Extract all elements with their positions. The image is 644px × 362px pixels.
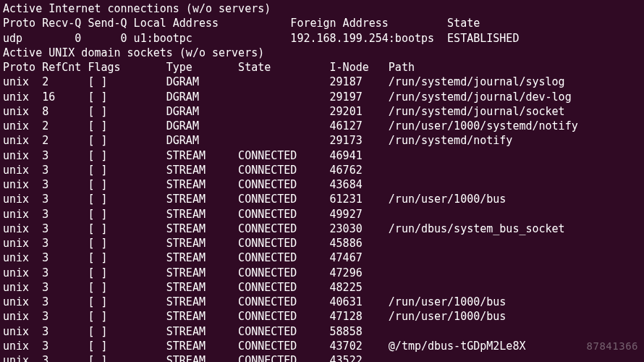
unix-header: Active UNIX domain sockets (w/o servers) (3, 46, 641, 60)
table-row: unix 3 [ ] STREAM CONNECTED 43702 @/tmp/… (3, 339, 641, 353)
table-row: unix 3 [ ] STREAM CONNECTED 43684 (3, 177, 641, 192)
table-row: unix 3 [ ] STREAM CONNECTED 45886 (3, 236, 641, 251)
table-row: unix 8 [ ] DGRAM 29201 /run/systemd/jour… (3, 104, 641, 119)
table-row: unix 16 [ ] DGRAM 29197 /run/systemd/jou… (3, 90, 641, 104)
watermark: 87841366 (587, 340, 638, 353)
inet-header: Active Internet connections (w/o servers… (3, 1, 641, 16)
inet-row: udp 0 0 u1:bootpc 192.168.199.254:bootps… (3, 31, 641, 46)
table-row: unix 2 [ ] DGRAM 29187 /run/systemd/jour… (3, 75, 641, 89)
inet-columns: Proto Recv-Q Send-Q Local Address Foreig… (3, 16, 641, 30)
table-row: unix 3 [ ] STREAM CONNECTED 46762 (3, 163, 641, 177)
unix-rows: unix 2 [ ] DGRAM 29187 /run/systemd/jour… (3, 75, 641, 362)
table-row: unix 3 [ ] STREAM CONNECTED 61231 /run/u… (3, 192, 641, 206)
table-row: unix 3 [ ] STREAM CONNECTED 23030 /run/d… (3, 222, 641, 236)
table-row: unix 3 [ ] STREAM CONNECTED 47467 (3, 251, 641, 265)
table-row: unix 3 [ ] STREAM CONNECTED 47128 /run/u… (3, 309, 641, 324)
unix-columns: Proto RefCnt Flags Type State I-Node Pat… (3, 60, 641, 75)
table-row: unix 3 [ ] STREAM CONNECTED 40631 /run/u… (3, 295, 641, 309)
table-row: unix 3 [ ] STREAM CONNECTED 43522 (3, 353, 641, 362)
table-row: unix 3 [ ] STREAM CONNECTED 46941 (3, 148, 641, 163)
table-row: unix 3 [ ] STREAM CONNECTED 49927 (3, 207, 641, 222)
terminal-output: Active Internet connections (w/o servers… (3, 1, 641, 362)
table-row: unix 3 [ ] STREAM CONNECTED 48225 (3, 280, 641, 295)
table-row: unix 3 [ ] STREAM CONNECTED 47296 (3, 266, 641, 280)
table-row: unix 3 [ ] STREAM CONNECTED 58858 (3, 324, 641, 339)
table-row: unix 2 [ ] DGRAM 29173 /run/systemd/noti… (3, 133, 641, 148)
table-row: unix 2 [ ] DGRAM 46127 /run/user/1000/sy… (3, 119, 641, 133)
